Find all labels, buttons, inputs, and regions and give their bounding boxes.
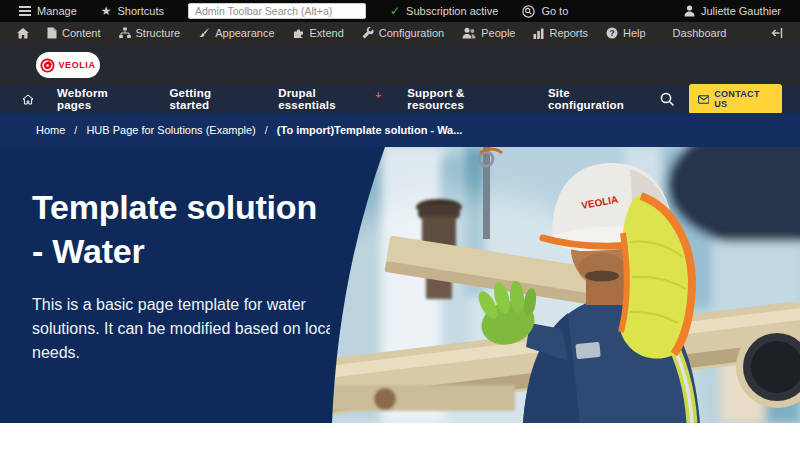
admin-toolbar: Manage ★ Shortcuts ✓ Subscription active… — [0, 0, 800, 22]
hero-section: Template solution - Water This is a basi… — [0, 147, 800, 423]
admin-search-input[interactable] — [188, 3, 366, 19]
breadcrumb-home[interactable]: Home — [36, 124, 65, 136]
nav-item-drupal-essentials[interactable]: Drupal essentials + — [265, 85, 394, 113]
help-icon: ? — [606, 27, 618, 39]
nav-right-group: CONTACT US — [660, 84, 782, 114]
home-icon — [17, 28, 29, 39]
veolia-logo-text: VEOLIA — [58, 60, 95, 70]
menu-item-people[interactable]: People — [453, 22, 524, 44]
document-icon — [47, 27, 57, 39]
star-icon: ★ — [101, 5, 112, 17]
menu-item-label: Help — [623, 27, 646, 39]
menu-item-dashboard[interactable]: Dashboard — [655, 22, 736, 44]
contact-us-label: CONTACT US — [714, 89, 773, 109]
menu-item-label: Content — [62, 27, 101, 39]
admin-menu-bar: Content Structure Appearance Extend Conf… — [0, 22, 800, 44]
main-navigation: Webform pages Getting started Drupal ess… — [0, 85, 800, 113]
user-name-label: Juliette Gauthier — [701, 5, 781, 17]
worker-photo-illustration: VEOLIA — [330, 147, 800, 423]
menu-item-structure[interactable]: Structure — [110, 22, 190, 44]
breadcrumb-separator: / — [74, 124, 77, 136]
admin-search — [179, 0, 375, 22]
page-title: Template solution - Water — [32, 185, 332, 273]
menu-item-content[interactable]: Content — [38, 22, 110, 44]
circled-search-icon — [522, 5, 535, 18]
toolbar-collapse-button[interactable] — [762, 22, 792, 44]
user-icon — [684, 5, 695, 17]
envelope-icon — [698, 95, 710, 104]
menu-item-label: People — [481, 27, 515, 39]
hero-image: VEOLIA — [330, 147, 800, 423]
nav-item-webform-pages[interactable]: Webform pages — [44, 85, 156, 113]
nav-item-getting-started[interactable]: Getting started — [156, 85, 265, 113]
wrench-icon — [362, 27, 374, 39]
menu-item-label: Appearance — [215, 27, 274, 39]
veolia-logo-icon — [40, 58, 55, 73]
breadcrumb: Home / HUB Page for Solutions (Example) … — [0, 113, 800, 147]
menu-item-label: Dashboard — [673, 27, 727, 39]
nav-item-label: Support & resources — [407, 87, 522, 111]
shortcuts-label: Shortcuts — [118, 5, 164, 17]
hero-text-block: Template solution - Water This is a basi… — [32, 185, 362, 365]
menu-item-reports[interactable]: Reports — [524, 22, 597, 44]
nav-item-support-resources[interactable]: Support & resources — [394, 85, 535, 113]
check-icon: ✓ — [390, 4, 400, 18]
manage-menu-button[interactable]: Manage — [10, 0, 86, 22]
svg-text:?: ? — [609, 28, 614, 38]
collapse-left-icon — [771, 27, 783, 39]
menu-item-appearance[interactable]: Appearance — [189, 22, 283, 44]
puzzle-icon — [293, 27, 305, 39]
menu-item-help[interactable]: ? Help — [597, 22, 655, 44]
site-header: VEOLIA — [0, 44, 800, 85]
nav-item-site-configuration[interactable]: Site configuration — [535, 85, 660, 113]
goto-label: Go to — [541, 5, 568, 17]
subscription-status: ✓ Subscription active — [381, 0, 507, 22]
hamburger-icon — [19, 6, 31, 16]
user-menu-button[interactable]: Juliette Gauthier — [675, 0, 790, 22]
people-icon — [462, 27, 476, 39]
menu-item-label: Extend — [310, 27, 344, 39]
breadcrumb-separator: / — [265, 124, 268, 136]
back-to-site-button[interactable] — [8, 22, 38, 44]
menu-item-label: Reports — [549, 27, 588, 39]
home-icon — [22, 94, 34, 105]
nav-item-label: Site configuration — [548, 87, 647, 111]
page-body-empty — [0, 423, 800, 450]
breadcrumb-hub-page[interactable]: HUB Page for Solutions (Example) — [86, 124, 255, 136]
menu-item-label: Structure — [136, 27, 181, 39]
subscription-label: Subscription active — [406, 5, 498, 17]
veolia-logo[interactable]: VEOLIA — [36, 52, 100, 78]
menu-item-configuration[interactable]: Configuration — [353, 22, 453, 44]
paintbrush-icon — [198, 27, 210, 39]
manage-label: Manage — [37, 5, 77, 17]
bar-chart-icon — [533, 28, 544, 39]
site-search-button[interactable] — [660, 92, 675, 107]
new-badge: + — [375, 90, 381, 101]
nav-item-label: Getting started — [169, 87, 252, 111]
menu-item-extend[interactable]: Extend — [284, 22, 353, 44]
search-icon — [660, 92, 675, 107]
goto-menu-button[interactable]: Go to — [513, 0, 577, 22]
shortcuts-menu-button[interactable]: ★ Shortcuts — [92, 0, 173, 22]
breadcrumb-current-page: (To import)Template solution - Wa... — [277, 124, 463, 136]
sitemap-icon — [119, 27, 131, 39]
nav-home-button[interactable] — [18, 85, 44, 113]
menu-item-label: Configuration — [379, 27, 444, 39]
contact-us-button[interactable]: CONTACT US — [689, 84, 782, 114]
nav-item-label: Drupal essentials — [278, 87, 374, 111]
page-description: This is a basic page template for water … — [32, 293, 342, 365]
nav-item-label: Webform pages — [57, 87, 143, 111]
